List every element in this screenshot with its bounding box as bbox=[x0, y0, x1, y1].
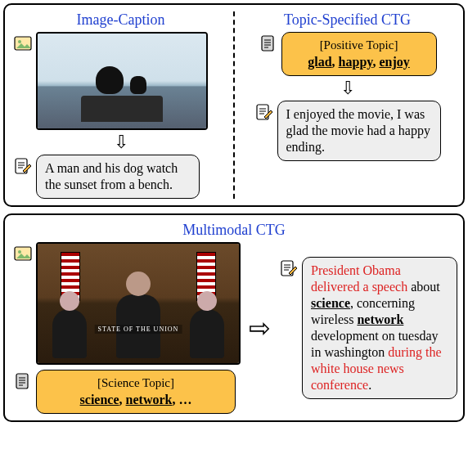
topic-word: science bbox=[80, 393, 119, 406]
arrow-right-icon: ⇨ bbox=[249, 315, 271, 341]
multimodal-topic-box: [Science Topic] science, network, … bbox=[36, 370, 236, 414]
multimodal-left-stack: STATE OF THE UNION [Science Topic] scien… bbox=[13, 242, 241, 414]
image-caption-output-row: A man and his dog watch the sunset from … bbox=[13, 155, 228, 199]
topic-word: glad bbox=[308, 55, 331, 69]
topic-ctg-column: Topic-Specified CTG [Positive Topic] gla… bbox=[240, 11, 455, 199]
arrow-down-icon: ⇩ bbox=[340, 79, 355, 97]
write-icon bbox=[279, 258, 299, 278]
multimodal-topic-row: [Science Topic] science, network, … bbox=[13, 370, 241, 414]
topic-ctg-title: Topic-Specified CTG bbox=[284, 11, 411, 29]
topic-ctg-topic-row: [Positive Topic] glad, happy, enjoy bbox=[240, 32, 455, 76]
top-panel: Image-Caption ⇩ A man and his dog watch … bbox=[3, 3, 465, 207]
picture-icon bbox=[13, 244, 33, 263]
multimodal-title: Multimodal CTG bbox=[13, 222, 455, 239]
vertical-divider bbox=[233, 11, 235, 199]
topic-word: network bbox=[126, 393, 173, 406]
image-caption-output: A man and his dog watch the sunset from … bbox=[36, 155, 200, 199]
bottom-panel: Multimodal CTG STATE OF THE UNION bbox=[3, 213, 465, 422]
image-caption-column: Image-Caption ⇩ A man and his dog watch … bbox=[13, 11, 228, 199]
multimodal-topic-words: science, network, … bbox=[45, 392, 227, 409]
svg-rect-17 bbox=[16, 374, 28, 388]
topic-ctg-topic-words: glad, happy, enjoy bbox=[290, 54, 428, 71]
multimodal-content: STATE OF THE UNION [Science Topic] scien… bbox=[13, 242, 455, 414]
write-icon bbox=[13, 156, 33, 176]
write-icon bbox=[254, 102, 274, 122]
multimodal-topic-label: [Science Topic] bbox=[45, 375, 227, 392]
multimodal-output-row: President Obama delivered a speech about… bbox=[279, 257, 457, 399]
output-keyword: science bbox=[311, 296, 350, 310]
document-icon bbox=[13, 371, 33, 391]
topic-word: enjoy bbox=[379, 55, 409, 69]
arrow-down-icon: ⇩ bbox=[114, 133, 128, 151]
picture-icon bbox=[13, 34, 33, 53]
multimodal-output: President Obama delivered a speech about… bbox=[302, 257, 457, 399]
topic-word: happy bbox=[339, 55, 373, 69]
topic-ctg-output-row: I enjoyed the movie, I was glad the movi… bbox=[240, 101, 455, 161]
topic-ctg-topic-box: [Positive Topic] glad, happy, enjoy bbox=[281, 32, 437, 76]
svg-rect-6 bbox=[262, 36, 273, 51]
topic-ctg-output: I enjoyed the movie, I was glad the movi… bbox=[277, 101, 441, 161]
photo-caption-strip: STATE OF THE UNION bbox=[95, 325, 182, 334]
image-caption-photo-row bbox=[13, 32, 228, 130]
svg-point-1 bbox=[18, 40, 21, 43]
svg-point-16 bbox=[18, 250, 21, 254]
multimodal-photo: STATE OF THE UNION bbox=[36, 242, 241, 365]
output-red-span: President Obama delivered a speech bbox=[311, 263, 407, 294]
topic-ctg-topic-label: [Positive Topic] bbox=[290, 38, 428, 54]
image-caption-photo bbox=[36, 32, 208, 130]
multimodal-photo-row: STATE OF THE UNION bbox=[13, 242, 241, 365]
image-caption-title: Image-Caption bbox=[77, 11, 165, 29]
output-keyword: network bbox=[357, 312, 403, 326]
document-icon bbox=[259, 34, 278, 53]
